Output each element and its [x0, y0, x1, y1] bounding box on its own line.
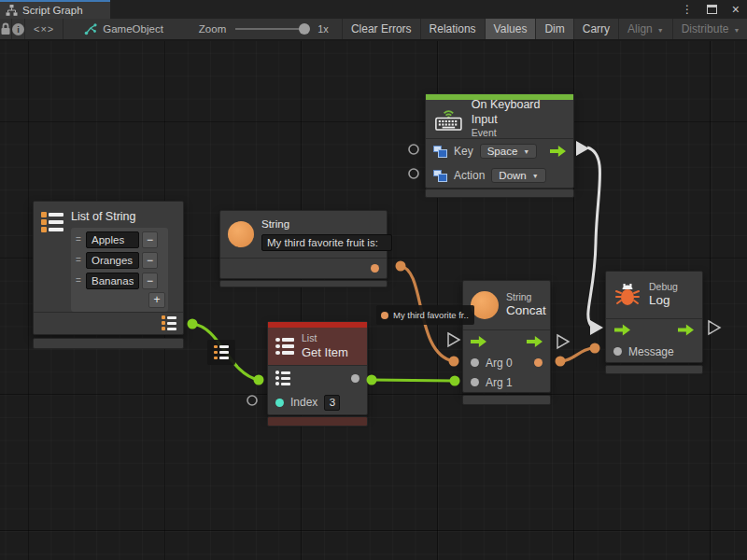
node-subtitle: Event — [472, 127, 566, 140]
key-dropdown[interactable]: Space ▼ — [480, 144, 538, 159]
relations-button[interactable]: Relations — [421, 19, 486, 39]
align-dropdown[interactable]: Align ▼ — [619, 19, 673, 39]
list-item-input[interactable] — [86, 252, 139, 269]
key-dropdown-value: Space — [487, 146, 518, 157]
result-output-port[interactable] — [534, 358, 543, 367]
control-output-port[interactable] — [678, 324, 694, 336]
zoom-label: Zoom — [199, 23, 226, 35]
string-value-input[interactable] — [261, 234, 392, 251]
port-row-action: Action Down ▼ — [426, 163, 573, 188]
zoom-slider-knob[interactable] — [299, 23, 310, 35]
tab-script-graph[interactable]: Script Graph — [0, 0, 110, 19]
item-output-port[interactable] — [351, 374, 359, 383]
node-title: String — [261, 217, 392, 231]
chevron-down-icon: ▼ — [523, 148, 529, 155]
control-input-port[interactable] — [471, 336, 486, 348]
values-button[interactable]: Values — [486, 19, 537, 39]
tab-title: Script Graph — [22, 5, 83, 16]
node-footer — [267, 416, 368, 427]
port-row-key: Key Space ▼ — [426, 139, 573, 163]
add-item-button[interactable]: + — [148, 292, 165, 308]
remove-item-button[interactable]: − — [142, 231, 158, 248]
arg0-label: Arg 0 — [486, 357, 513, 370]
list-item-row: = − — [74, 231, 165, 249]
index-input-port[interactable] — [275, 399, 284, 407]
node-list-of-string[interactable]: List of String = − = − = — [33, 201, 184, 335]
node-title: Concat — [506, 303, 546, 319]
node-header: On Keyboard Input Event — [426, 100, 573, 138]
list-item-row: = − — [74, 272, 165, 290]
drag-handle-icon[interactable]: = — [74, 275, 83, 286]
graph-toolbar: i <×> GameObject Zoom 1x Clear Errors Re… — [0, 19, 747, 41]
node-body — [34, 312, 183, 334]
node-footer — [219, 280, 388, 287]
string-output-port[interactable] — [371, 264, 379, 273]
node-get-item[interactable]: List Get Item Index 3 — [267, 321, 368, 415]
control-row — [463, 330, 550, 353]
align-label: Align — [627, 22, 653, 35]
distribute-dropdown[interactable]: Distribute ▼ — [673, 19, 747, 39]
node-debug-log[interactable]: Debug Log Message — [605, 271, 703, 363]
zoom-slider[interactable] — [235, 28, 308, 30]
lock-button[interactable] — [0, 19, 12, 39]
carry-button[interactable]: Carry — [574, 19, 619, 39]
list-icon — [275, 338, 294, 356]
key-port-label: Key — [454, 145, 473, 158]
node-title: On Keyboard Input — [472, 98, 566, 127]
arg0-input-port[interactable] — [471, 358, 479, 367]
list-item-input[interactable] — [86, 231, 139, 248]
keyboard-icon — [433, 107, 464, 132]
distribute-label: Distribute — [682, 22, 729, 35]
remove-item-button[interactable]: − — [142, 273, 158, 289]
drag-handle-icon[interactable]: = — [74, 255, 83, 265]
port-row-arg1: Arg 1 — [463, 372, 550, 392]
control-output-port[interactable] — [550, 146, 566, 158]
node-on-keyboard-input[interactable]: On Keyboard Input Event Key Space ▼ Acti… — [425, 93, 574, 189]
list-icon — [214, 345, 229, 360]
node-footer — [462, 395, 551, 405]
script-graph-window: Script Graph ⋮ × i <×> GameObject — [0, 0, 747, 560]
arg1-input-port[interactable] — [471, 378, 479, 386]
node-title: List of String — [71, 210, 168, 225]
message-input-port[interactable] — [613, 347, 622, 356]
node-body: Message — [606, 318, 702, 362]
node-string-literal[interactable]: String — [219, 210, 388, 279]
remove-item-button[interactable]: − — [142, 252, 158, 269]
window-menu-icon[interactable]: ⋮ — [682, 0, 693, 19]
close-icon[interactable]: × — [732, 0, 740, 19]
gameobject-label: GameObject — [103, 23, 163, 35]
node-body: Arg 0 Arg 1 — [463, 329, 550, 392]
node-footer — [425, 189, 574, 198]
port-row-list — [268, 366, 367, 390]
list-add-row: + — [74, 292, 165, 309]
port-row-index: Index 3 — [268, 390, 367, 414]
control-input-port[interactable] — [614, 324, 630, 336]
node-header: Debug Log — [606, 272, 702, 318]
list-icon — [41, 212, 63, 232]
node-body — [220, 258, 387, 278]
list-value-badge — [207, 340, 235, 365]
node-title: Get Item — [302, 345, 348, 360]
action-dropdown-value: Down — [499, 170, 526, 181]
info-button[interactable]: i — [12, 19, 25, 39]
dim-button[interactable]: Dim — [536, 19, 573, 39]
port-row-arg0: Arg 0 — [463, 353, 550, 372]
list-output-port[interactable] — [162, 315, 176, 330]
tab-bar: Script Graph ⋮ × — [0, 0, 747, 19]
index-value-field[interactable]: 3 — [324, 395, 340, 411]
node-footer — [33, 338, 184, 349]
action-dropdown[interactable]: Down ▼ — [491, 168, 545, 183]
list-item-input[interactable] — [86, 273, 139, 289]
list-input-port[interactable] — [275, 371, 290, 385]
maximize-icon[interactable] — [707, 0, 717, 19]
drag-handle-icon[interactable]: = — [74, 234, 83, 245]
gameobject-icon — [84, 22, 97, 35]
message-label: Message — [628, 345, 674, 358]
node-title: Log — [649, 293, 678, 309]
gameobject-context[interactable]: GameObject — [84, 19, 163, 39]
node-concat[interactable]: String Concat Arg 0 Arg 1 — [462, 280, 551, 393]
node-header: String — [220, 211, 387, 258]
control-output-port[interactable] — [527, 336, 543, 348]
code-view-button[interactable]: <×> — [25, 19, 63, 39]
clear-errors-button[interactable]: Clear Errors — [342, 19, 421, 39]
